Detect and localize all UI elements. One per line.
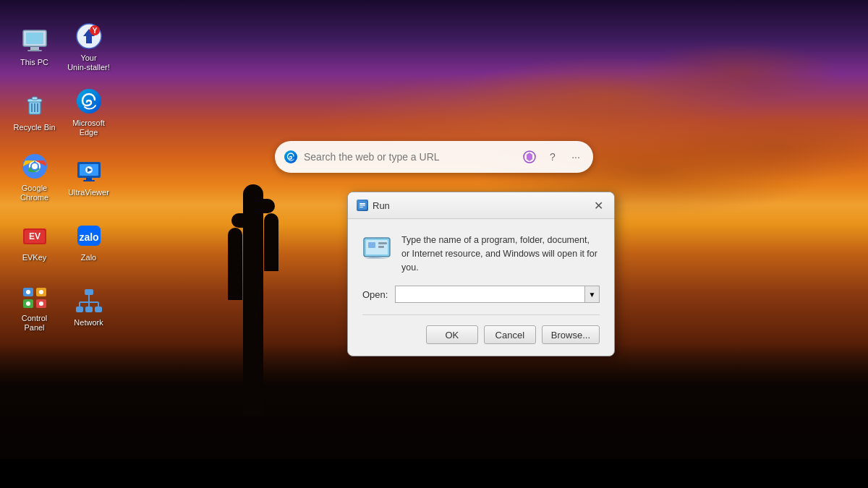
- bar-icons-group: ? ···: [521, 148, 584, 166]
- run-titlebar: Run ✕: [348, 192, 614, 219]
- run-ok-button[interactable]: OK: [426, 325, 478, 344]
- run-title-icon: [357, 200, 368, 211]
- svg-rect-40: [95, 307, 102, 312]
- svg-point-35: [26, 301, 30, 306]
- svg-rect-37: [85, 289, 93, 295]
- run-open-row: Open: ▼: [362, 286, 600, 303]
- svg-text:EV: EV: [28, 231, 40, 241]
- svg-rect-9: [32, 97, 38, 100]
- desktop-icon-evkey[interactable]: EV EVKey: [7, 210, 61, 275]
- edge-icon-small: [284, 150, 298, 164]
- desktop-icon-controlpanel[interactable]: Control Panel: [7, 275, 61, 340]
- desktop-icon-controlpanel-label: Control Panel: [11, 314, 58, 333]
- desktop-icon-thispc-label: This PC: [20, 58, 48, 67]
- svg-rect-51: [359, 205, 365, 206]
- desktop-icon-edge-label: Microsoft Edge: [65, 119, 112, 137]
- svg-rect-52: [359, 207, 363, 207]
- run-close-button[interactable]: ✕: [591, 198, 605, 213]
- desktop-icon-ultraviewer-label: UltraViewer: [68, 188, 109, 197]
- svg-point-34: [39, 290, 43, 294]
- desktop-icon-recyclebin-label: Recycle Bin: [13, 123, 55, 132]
- svg-rect-50: [359, 203, 365, 205]
- desktop-icon-zalo[interactable]: zalo Zalo: [61, 210, 116, 275]
- svg-rect-57: [378, 246, 384, 248]
- desktop-icon-chrome[interactable]: Google Chrome: [7, 145, 61, 210]
- svg-rect-21: [83, 180, 95, 181]
- svg-text:zalo: zalo: [79, 231, 98, 243]
- run-dialog: Run ✕ Type the name of a program, folder…: [347, 192, 615, 356]
- svg-rect-56: [378, 242, 387, 244]
- run-icon: [362, 234, 391, 262]
- svg-rect-39: [85, 307, 93, 312]
- svg-rect-2: [30, 47, 39, 50]
- cactus-silhouette: [224, 163, 282, 416]
- run-open-input[interactable]: [395, 286, 585, 303]
- svg-rect-55: [368, 242, 375, 248]
- svg-text:Y: Y: [92, 27, 97, 35]
- svg-point-36: [39, 301, 43, 306]
- desktop-icon-chrome-label: Google Chrome: [11, 184, 58, 202]
- svg-point-33: [26, 290, 30, 294]
- desktop-icon-uninstaller[interactable]: Y YourUnin-staller!: [61, 14, 116, 80]
- collections-button[interactable]: [521, 148, 538, 166]
- run-title-text: Run: [373, 200, 390, 211]
- run-top-section: Type the name of a program, folder, docu…: [362, 234, 600, 274]
- run-browse-button[interactable]: Browse...: [542, 325, 600, 344]
- run-titlebar-left: Run: [357, 200, 390, 211]
- more-button[interactable]: ···: [567, 148, 584, 166]
- address-bar[interactable]: ? ···: [275, 141, 593, 173]
- run-buttons-row: OK Cancel Browse...: [362, 314, 600, 344]
- desktop-icon-recyclebin[interactable]: Recycle Bin: [7, 80, 61, 145]
- desktop-icon-evkey-label: EVKey: [22, 253, 47, 262]
- svg-point-48: [528, 155, 531, 158]
- svg-rect-20: [86, 178, 92, 180]
- desktop-icon-ultraviewer[interactable]: UltraViewer: [61, 145, 116, 210]
- run-description: Type the name of a program, folder, docu…: [401, 234, 600, 274]
- desktop-icon-zalo-label: Zalo: [81, 253, 96, 262]
- desktop-icon-edge[interactable]: Microsoft Edge: [61, 80, 116, 145]
- desktop-icon-thispc[interactable]: This PC: [7, 14, 61, 80]
- run-cancel-button[interactable]: Cancel: [484, 325, 536, 344]
- svg-rect-1: [26, 33, 43, 44]
- help-button[interactable]: ?: [544, 148, 561, 166]
- taskbar: [0, 459, 868, 488]
- svg-rect-3: [27, 50, 42, 51]
- desktop-icon-network[interactable]: Network: [61, 275, 116, 340]
- run-dropdown-button[interactable]: ▼: [585, 286, 600, 303]
- svg-rect-38: [76, 307, 83, 312]
- run-body: Type the name of a program, folder, docu…: [348, 219, 614, 356]
- desktop-icons-container: This PC Y YourUnin-staller! Recycle: [0, 7, 123, 347]
- run-input-wrapper: ▼: [395, 286, 600, 303]
- desktop-icon-network-label: Network: [74, 318, 103, 328]
- svg-point-17: [32, 163, 38, 169]
- run-open-label: Open:: [362, 289, 388, 300]
- url-input[interactable]: [304, 151, 515, 163]
- desktop-icon-uninstaller-label: YourUnin-staller!: [67, 53, 110, 72]
